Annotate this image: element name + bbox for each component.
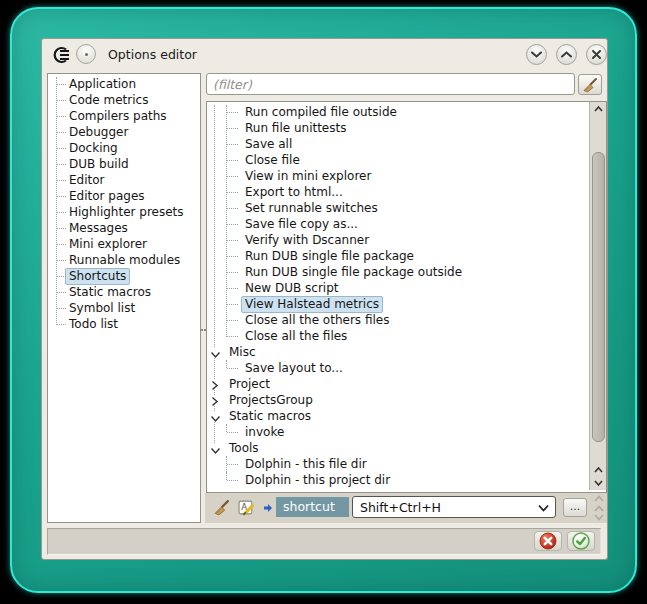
- sidebar-item-shortcuts[interactable]: Shortcuts: [48, 268, 200, 284]
- tree-item-export-to-html[interactable]: Export to html...: [207, 184, 585, 200]
- tree-item-label: invoke: [241, 424, 288, 441]
- sidebar-item-mini-explorer[interactable]: Mini explorer: [48, 236, 200, 252]
- sidebar-item-highlighter-presets[interactable]: Highlighter presets: [48, 204, 200, 220]
- sidebar-item-code-metrics[interactable]: Code metrics: [48, 92, 200, 108]
- minimize-button[interactable]: [526, 44, 547, 65]
- chevron-up-icon: [594, 505, 604, 512]
- tree-item-save-layout-to[interactable]: Save layout to...: [207, 360, 585, 376]
- tree-item-dolphin-this-project-dir[interactable]: Dolphin - this project dir: [207, 472, 585, 488]
- sidebar-item-label: Editor: [65, 172, 109, 189]
- shortcut-tree-panel: Run compiled file outsideRun file unitte…: [206, 101, 607, 493]
- close-button[interactable]: [586, 44, 607, 65]
- sidebar-item-label: Application: [65, 76, 140, 93]
- sidebar-item-application[interactable]: Application: [48, 76, 200, 92]
- scroll-up-button[interactable]: [591, 103, 605, 115]
- tree-item-verify-with-dscanner[interactable]: Verify with Dscanner: [207, 232, 585, 248]
- sidebar-item-todo-list[interactable]: Todo list: [48, 316, 200, 332]
- sidebar-item-label: Highlighter presets: [65, 204, 188, 221]
- tree-scrollbar[interactable]: [589, 102, 606, 490]
- tree-item-view-halstead-metrics[interactable]: View Halstead metrics: [207, 296, 585, 312]
- sidebar-item-compilers-paths[interactable]: Compilers paths: [48, 108, 200, 124]
- chevron-down-icon[interactable]: [210, 348, 221, 357]
- tree-item-label: Close file: [241, 152, 304, 169]
- tree-item-run-dub-single-file-package-outside[interactable]: Run DUB single file package outside: [207, 264, 585, 280]
- options-editor-window: Options editor ApplicationCode metricsCo…: [41, 38, 608, 560]
- tree-item-tools[interactable]: Tools: [207, 440, 585, 456]
- tree-item-save-file-copy-as[interactable]: Save file copy as...: [207, 216, 585, 232]
- chevron-right-icon[interactable]: [210, 380, 221, 389]
- more-button[interactable]: ...: [563, 498, 587, 517]
- tree-item-label: Dolphin - this project dir: [241, 472, 394, 489]
- sidebar-item-symbol-list[interactable]: Symbol list: [48, 300, 200, 316]
- accept-button[interactable]: [567, 531, 595, 551]
- scroll-up-button-2[interactable]: [591, 464, 605, 476]
- tree-item-projectsgroup[interactable]: ProjectsGroup: [207, 392, 585, 408]
- maximize-button[interactable]: [556, 44, 577, 65]
- tree-item-close-all-the-files[interactable]: Close all the files: [207, 328, 585, 344]
- titlebar[interactable]: Options editor: [42, 39, 607, 70]
- tree-item-label: Export to html...: [241, 184, 347, 201]
- sidebar-item-dub-build[interactable]: DUB build: [48, 156, 200, 172]
- broom-icon[interactable]: [213, 499, 230, 516]
- property-name-cell[interactable]: shortcut: [276, 497, 349, 517]
- property-mini-scrollbar[interactable]: [592, 495, 606, 521]
- sidebar-item-debugger[interactable]: Debugger: [48, 124, 200, 140]
- tree-item-misc[interactable]: Misc: [207, 344, 585, 360]
- tree-item-label: Run DUB single file package: [241, 248, 418, 265]
- chevron-down-icon[interactable]: [210, 412, 221, 421]
- shortcut-value: Shift+Ctrl+H: [360, 500, 441, 515]
- broom-icon: [582, 77, 598, 93]
- sidebar-item-label: Shortcuts: [65, 268, 130, 285]
- cancel-button[interactable]: [534, 531, 562, 551]
- sidebar-item-label: DUB build: [65, 156, 133, 173]
- tree-item-label: Close all the others files: [241, 312, 393, 329]
- chevron-down-icon[interactable]: [210, 444, 221, 453]
- tree-item-set-runnable-switches[interactable]: Set runnable switches: [207, 200, 585, 216]
- tree-item-label: View in mini explorer: [241, 168, 375, 185]
- chevron-right-icon[interactable]: [210, 396, 221, 405]
- tree-item-label: Project: [225, 376, 274, 393]
- tree-item-run-compiled-file-outside[interactable]: Run compiled file outside: [207, 104, 585, 120]
- sidebar-item-static-macros[interactable]: Static macros: [48, 284, 200, 300]
- scrollbar-thumb[interactable]: [592, 152, 605, 442]
- tree-item-project[interactable]: Project: [207, 376, 585, 392]
- sidebar-item-label: Code metrics: [65, 92, 152, 109]
- tree-item-new-dub-script[interactable]: New DUB script: [207, 280, 585, 296]
- tree-item-view-in-mini-explorer[interactable]: View in mini explorer: [207, 168, 585, 184]
- tree-item-dolphin-this-file-dir[interactable]: Dolphin - this file dir: [207, 456, 585, 472]
- tree-item-label: New DUB script: [241, 280, 343, 297]
- clear-filter-button[interactable]: [578, 74, 602, 95]
- tree-item-label: Static macros: [225, 408, 315, 425]
- sidebar-item-editor[interactable]: Editor: [48, 172, 200, 188]
- shortcut-value-combobox[interactable]: Shift+Ctrl+H: [352, 496, 556, 518]
- cancel-icon: [539, 532, 557, 550]
- scroll-down-button[interactable]: [591, 477, 605, 489]
- sidebar-item-messages[interactable]: Messages: [48, 220, 200, 236]
- sidebar-item-label: Compilers paths: [65, 108, 171, 125]
- tree-item-label: Verify with Dscanner: [241, 232, 373, 249]
- tree-item-label: Tools: [225, 440, 263, 457]
- titlebar-dot-button[interactable]: [76, 44, 96, 64]
- sidebar-item-label: Todo list: [65, 316, 122, 333]
- coedit-logo-icon: [51, 46, 71, 64]
- tree-item-label: Save file copy as...: [241, 216, 362, 233]
- sidebar-item-editor-pages[interactable]: Editor pages: [48, 188, 200, 204]
- filter-input[interactable]: [206, 73, 575, 95]
- sidebar-tree: ApplicationCode metricsCompilers pathsDe…: [48, 74, 200, 332]
- tree-item-static-macros[interactable]: Static macros: [207, 408, 585, 424]
- tree-item-save-all[interactable]: Save all: [207, 136, 585, 152]
- tree-item-close-file[interactable]: Close file: [207, 152, 585, 168]
- tree-item-run-dub-single-file-package[interactable]: Run DUB single file package: [207, 248, 585, 264]
- close-icon: [592, 50, 601, 59]
- tree-item-label: ProjectsGroup: [225, 392, 317, 409]
- sidebar-item-docking[interactable]: Docking: [48, 140, 200, 156]
- sidebar-item-label: Static macros: [65, 284, 155, 301]
- edit-text-icon[interactable]: A: [238, 499, 255, 516]
- chevron-down-icon: [594, 480, 603, 486]
- tree-item-label: Save layout to...: [241, 360, 347, 377]
- tree-item-run-file-unittests[interactable]: Run file unittests: [207, 120, 585, 136]
- tree-item-close-all-the-others-files[interactable]: Close all the others files: [207, 312, 585, 328]
- tree-item-invoke[interactable]: invoke: [207, 424, 585, 440]
- category-panel: ApplicationCode metricsCompilers pathsDe…: [47, 73, 201, 523]
- sidebar-item-runnable-modules[interactable]: Runnable modules: [48, 252, 200, 268]
